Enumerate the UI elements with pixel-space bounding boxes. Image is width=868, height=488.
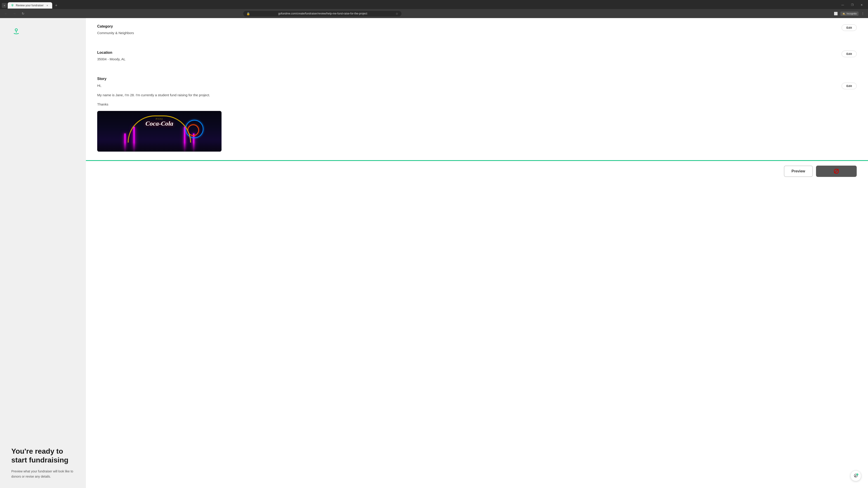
tab-favicon <box>11 4 14 7</box>
tab-close-btn[interactable]: ✕ <box>45 4 49 7</box>
preview-btn[interactable]: Preview <box>784 166 813 177</box>
tab-title: Review your fundraiser <box>16 4 43 7</box>
sidebar-subtext: Preview what your fundraiser will look l… <box>11 469 74 479</box>
cast-icon[interactable]: ⬜ <box>833 11 839 16</box>
launch-btn[interactable] <box>816 166 857 177</box>
minimize-btn[interactable]: — <box>838 2 847 8</box>
close-btn[interactable]: ✕ <box>857 2 866 8</box>
svg-point-0 <box>12 4 13 6</box>
sidebar-content: You're ready to start fundraising Previe… <box>11 447 74 479</box>
enjoy-text: Enjoy <box>146 118 174 120</box>
story-section: Story Hi, My name is Jane, I'm 28. I'm c… <box>86 70 868 160</box>
story-label: Story <box>97 77 857 81</box>
page-content: You're ready to start fundraising Previe… <box>0 18 868 488</box>
address-bar-container: ← → ↻ 🔒 gofundme.com/create/fundraiser/r… <box>0 9 868 18</box>
story-edit-btn[interactable]: Edit <box>842 83 857 89</box>
story-intro: Hi, <box>97 83 837 89</box>
incognito-icon: 🕵 <box>842 12 845 15</box>
story-thanks: Thanks <box>97 101 837 107</box>
url-bar[interactable]: 🔒 gofundme.com/create/fundraiser/review/… <box>243 11 401 17</box>
coca-cola-logo: Coca-Cola <box>146 120 174 127</box>
category-label: Category <box>97 24 134 29</box>
active-tab[interactable]: Review your fundraiser ✕ <box>8 2 52 8</box>
coke-text: Enjoy Coca-Cola <box>146 118 174 127</box>
location-value: 35004 - Moody, AL <box>97 57 125 62</box>
incognito-label: Incognito <box>846 12 857 15</box>
tab-dropdown-btn[interactable]: ▾ <box>2 3 7 8</box>
forward-btn[interactable]: → <box>11 10 18 17</box>
category-section: Category Community & Neighbors Edit <box>86 18 868 44</box>
reload-btn[interactable]: ↻ <box>20 10 26 17</box>
action-bar: Preview <box>86 161 868 182</box>
image-fade <box>97 142 221 152</box>
left-sidebar: You're ready to start fundraising Previe… <box>0 18 86 488</box>
lock-icon: 🔒 <box>246 12 250 15</box>
no-sign-icon <box>834 169 839 174</box>
location-edit-btn[interactable]: Edit <box>842 51 857 57</box>
url-text: gofundme.com/create/fundraiser/review/he… <box>252 12 394 15</box>
location-label: Location <box>97 51 125 55</box>
gofundme-logo <box>11 27 74 37</box>
chat-btn[interactable] <box>850 470 861 481</box>
svg-point-1 <box>15 29 18 31</box>
story-body: My name is Jane, I'm 28. I'm currently a… <box>97 92 837 98</box>
story-image: Enjoy Coca-Cola <box>97 111 221 152</box>
category-edit-btn[interactable]: Edit <box>842 24 857 31</box>
location-section: Location 35004 - Moody, AL Edit <box>86 44 868 70</box>
bookmark-icon[interactable]: ☆ <box>396 12 398 15</box>
maximize-btn[interactable]: ❐ <box>848 2 857 8</box>
main-content: Category Community & Neighbors Edit Loca… <box>86 18 868 488</box>
sidebar-heading: You're ready to start fundraising <box>11 447 74 464</box>
back-btn[interactable]: ← <box>3 10 9 17</box>
incognito-badge: 🕵 Incognito <box>840 11 859 16</box>
browser-chrome: ▾ Review your fundraiser ✕ + — ❐ ✕ ← → ↻… <box>0 0 868 18</box>
new-tab-btn[interactable]: + <box>53 2 59 8</box>
category-value: Community & Neighbors <box>97 30 134 36</box>
menu-btn[interactable]: ⋮ <box>860 11 865 16</box>
